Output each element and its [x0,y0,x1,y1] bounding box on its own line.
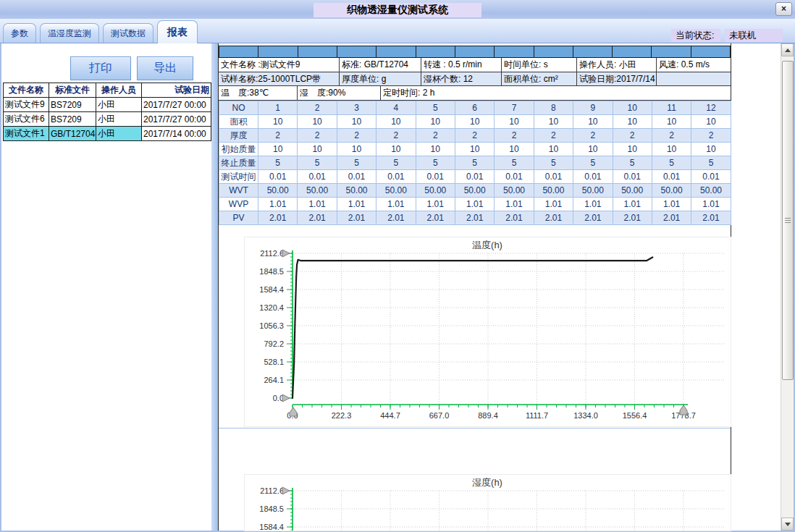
measurement-row-label: 终止质量 [219,156,258,170]
file-table-cell: 测试文件1 [4,127,49,141]
tab-temp-humidity-monitor[interactable]: 温湿度监测 [40,23,99,43]
file-table-cell: GB/T12704 [49,127,96,141]
file-table-row[interactable]: 测试文件9BS7209小田2017/7/27 00:00 [4,98,211,112]
measurement-cell: 2 [534,129,573,143]
measurement-cell: 2 [377,129,416,143]
measurement-cell: 2.01 [455,211,494,225]
measurement-row-label: 厚度 [219,129,258,143]
measurement-cell: 1.01 [495,198,534,211]
scroll-up-button[interactable] [781,43,794,56]
file-table-header: 操作人员 [96,83,142,98]
report-info-cell: 湿杯个数: 12 [421,72,502,85]
content-area: 打印 导出 文件名称标准文件操作人员试验日期测试文件9BS7209小田2017/… [1,43,794,531]
panel-splitter[interactable] [211,43,218,531]
scroll-down-button[interactable] [781,518,794,531]
measurement-cell: 2 [691,129,731,143]
measurement-cell: 50.00 [337,184,376,198]
measurement-cell: 1.01 [573,198,613,211]
file-table-header: 试验日期 [142,83,211,98]
measurement-row: WVP1.011.011.011.011.011.011.011.011.011… [219,198,731,211]
temperature-chart-canvas: 0.0264.1528.1792.21056.31320.41584.41848… [245,237,731,426]
measurement-row: 厚度222222222222 [219,129,731,143]
measurement-cell: 1.01 [377,198,416,211]
y-tick-label: 1848.5 [259,267,284,276]
measurement-cell: 50.00 [416,184,455,198]
vertical-scrollbar[interactable] [781,43,794,531]
grid-header-cell [613,46,652,57]
titlebar: 织物透湿量仪测试系统 × [0,0,795,19]
file-table-row[interactable]: 测试文件1GB/T12704小田2017/7/14 00:00 [4,127,211,141]
measurement-cell: 2.01 [613,211,652,225]
x-tick-label: 889.4 [478,411,498,420]
y-tick-label: 792.2 [264,339,284,348]
report-info-cell: 定时时间: 2 h [381,86,731,100]
measurement-cell: 5 [258,156,298,170]
measurement-cell: 0.01 [573,170,613,184]
measurement-cell: 10 [495,143,534,156]
report-grid-header [219,46,731,58]
measurement-cell: 50.00 [573,184,613,198]
grid-header-cell [495,46,534,57]
measurement-cell: 0.01 [691,170,731,184]
tab-report[interactable]: 报表 [157,20,198,43]
measurement-cell: 2.01 [652,211,691,225]
measurement-cell: 4 [377,101,416,115]
measurement-cell: 10 [613,115,652,129]
measurement-cell: 10 [691,143,731,156]
measurement-cell: 2.01 [377,211,416,225]
file-table-header: 标准文件 [49,83,96,98]
report-info-cell: 时间单位: s [502,58,577,72]
y-tick-label: 1584.4 [259,285,284,294]
measurement-row: NO123456789101112 [219,101,731,115]
measurement-cell: 10 [455,143,494,156]
print-button[interactable]: 打印 [70,56,131,80]
measurement-cell: 2 [258,129,298,143]
export-button[interactable]: 导出 [137,56,193,80]
measurement-row: 面积101010101010101010101010 [219,115,731,129]
measurement-cell: 10 [377,143,416,156]
measurement-cell: 10 [652,143,691,156]
measurement-cell: 10 [298,115,337,129]
measurement-cell: 5 [495,156,534,170]
app-window: 织物透湿量仪测试系统 × 参数温湿度监测测试数据报表 当前状态: 未联机 打印 … [0,0,795,532]
measurement-cell: 9 [573,101,613,115]
grid-header-cell [534,46,573,57]
measurement-cell: 0.01 [613,170,652,184]
arrow-up-icon [785,48,791,52]
measurement-cell: 7 [495,101,534,115]
file-table-row[interactable]: 测试文件6BS7209小田2017/7/27 00:00 [4,112,211,127]
report-info-cell [657,72,731,85]
measurement-cell: 50.00 [691,184,731,198]
report-info-cell: 面积单位: cm² [502,72,577,85]
measurement-cell: 5 [534,156,573,170]
measurement-row-label: PV [219,211,258,225]
y-tick-label: 2112.6 [260,486,284,495]
measurement-cell: 10 [258,143,298,156]
measurement-cell: 2.01 [573,211,613,225]
measurement-cell: 2.01 [495,211,534,225]
close-button[interactable]: × [775,2,792,16]
y-tick-label: 1848.5 [259,504,284,513]
measurement-row-label: 测试时间 [219,170,258,184]
measurement-cell: 50.00 [613,184,652,198]
measurement-cell: 0.01 [455,170,494,184]
measurement-cell: 10 [495,115,534,129]
file-table-cell: 2017/7/14 00:00 [142,127,211,141]
measurement-cell: 2 [613,129,652,143]
file-table-cell: 小田 [96,127,142,141]
report-info-cell: 标准: GB/T12704 [340,58,421,72]
grid-header-cell [455,46,495,57]
tab-test-data[interactable]: 测试数据 [103,23,153,43]
measurement-cell: 10 [652,115,691,129]
measurement-cell: 5 [652,156,691,170]
measurement-cell: 2.01 [337,211,376,225]
tab-parameters[interactable]: 参数 [3,23,36,43]
measurement-cell: 0.01 [652,170,691,184]
x-tick-label: 1556.4 [623,411,647,420]
status-value: 未联机 [725,29,783,42]
measurement-cell: 2 [495,129,534,143]
measurement-cell: 10 [298,143,337,156]
scrollbar-thumb[interactable] [782,61,794,380]
measurement-cell: 0.01 [416,170,455,184]
measurement-cell: 5 [377,156,416,170]
